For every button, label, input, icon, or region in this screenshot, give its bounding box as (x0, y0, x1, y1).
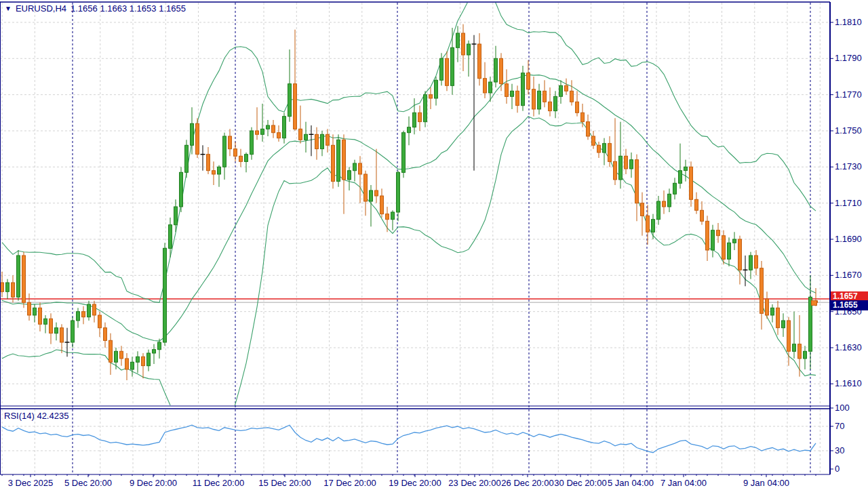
last-price-marker[interactable] (811, 300, 817, 306)
candle-bull (684, 160, 688, 182)
candle-bull (353, 160, 357, 182)
price-axis-label: 1.1750 (835, 126, 867, 136)
candle-bull (804, 346, 807, 369)
candle-bear (418, 106, 422, 131)
candle-bull (163, 243, 167, 346)
candle-bull (630, 152, 633, 178)
candle-bull (288, 49, 292, 122)
candle-bear (50, 313, 53, 344)
red-line-price-tag: 1.1657 (831, 291, 868, 301)
candle-doji (309, 125, 314, 156)
price-axis-label: 1.1690 (835, 235, 867, 244)
candle-bear (625, 149, 628, 174)
candle-bull (304, 122, 308, 152)
candle-bull (370, 185, 373, 226)
date-axis-label: 23 Dec 20:00 (448, 479, 500, 488)
candle-bull (728, 237, 731, 266)
candle-bull (652, 214, 655, 239)
candle-bear (766, 291, 769, 319)
chart-window: ▼ EURUSD,H4 1.1656 1.1663 1.1653 1.1655 … (0, 0, 868, 488)
candle-bull (413, 98, 416, 134)
date-axis-label: 9 Dec 20:00 (130, 479, 177, 488)
candle-bear (543, 80, 547, 107)
ohlc-quotes: 1.1656 1.1663 1.1653 1.1655 (71, 3, 186, 14)
candle-bear (375, 149, 378, 203)
candle-bear (82, 306, 85, 325)
candle-bear (478, 33, 481, 85)
candle-bear (380, 188, 384, 218)
candle-bull (619, 122, 623, 189)
candle-bull (538, 84, 541, 115)
candle-bull (131, 357, 134, 376)
rsi-axis-label: 100 (835, 403, 867, 413)
price-axis-label: 1.1610 (835, 379, 867, 388)
chart-title: ▼ EURUSD,H4 1.1656 1.1663 1.1653 1.1655 (5, 3, 186, 14)
candle-doji (743, 256, 748, 286)
candle-bear (500, 53, 503, 91)
candle-bull (733, 232, 736, 250)
rsi-axis-label: 70 (835, 422, 867, 431)
candle-bull (77, 308, 80, 327)
candle-bull (521, 66, 525, 111)
rsi-line (2, 425, 816, 453)
candle-bear (635, 155, 639, 222)
candle-bear (597, 142, 601, 158)
candle-bear (446, 52, 449, 92)
candle-bull (33, 304, 37, 323)
candle-bull (136, 351, 140, 373)
candle-bull (348, 167, 351, 190)
date-axis-label: 15 Dec 20:00 (258, 479, 311, 488)
chart-canvas[interactable] (0, 0, 868, 488)
candle-bull (250, 127, 254, 160)
candle-bear (484, 62, 487, 98)
candle-bear (22, 252, 26, 308)
candle-bull (771, 304, 774, 323)
candle-bear (690, 161, 693, 207)
current-price-tag: 1.1655 (831, 300, 868, 310)
date-axis-label: 5 Dec 20:00 (64, 479, 112, 488)
price-axis-label: 1.1790 (835, 54, 867, 63)
candle-bull (245, 152, 248, 172)
candle-bear (717, 223, 720, 243)
bollinger-middle-line (2, 75, 816, 341)
candle-bull (397, 171, 400, 222)
candle-bear (532, 77, 536, 117)
symbol-period-label: EURUSD,H4 (16, 3, 66, 14)
candle-bear (646, 205, 650, 245)
candle-bear (565, 79, 568, 95)
candle-bear (462, 24, 465, 71)
candle-bear (196, 118, 199, 158)
candle-bull (402, 131, 406, 178)
candle-bear (641, 192, 644, 236)
candle-bear (364, 171, 368, 216)
date-axis-label: 9 Jan 04:00 (743, 479, 789, 488)
candle-bear (386, 207, 389, 232)
chevron-down-icon[interactable]: ▼ (5, 4, 12, 13)
candle-bear (527, 60, 530, 95)
candle-bear (722, 230, 726, 265)
candle-bear (125, 353, 129, 380)
candle-bull (180, 167, 183, 212)
candle-bear (315, 127, 319, 160)
rsi-indicator-label: RSI(14) 42.4235 (4, 411, 68, 421)
candle-bull (668, 188, 671, 212)
date-axis-label: 3 Dec 2025 (8, 479, 54, 488)
candle-bull (559, 80, 563, 104)
candle-bear (516, 85, 519, 113)
candle-bull (158, 339, 161, 359)
candle-bear (695, 192, 698, 214)
candle-bear (587, 115, 590, 140)
candle-bull (451, 28, 454, 95)
candle-bear (332, 134, 335, 188)
candle-bull (321, 131, 324, 156)
date-axis-label: 11 Dec 20:00 (193, 479, 244, 488)
candle-bear (272, 120, 275, 138)
candle-bull (657, 196, 660, 225)
candle-bull (424, 91, 427, 127)
candle-bull (337, 134, 340, 186)
date-axis-label: 26 Dec 20:00 (501, 479, 553, 488)
price-axis-label: 1.1770 (835, 90, 867, 100)
candle-bear (98, 312, 102, 337)
candle-bear (207, 147, 210, 174)
candle-bull (511, 84, 514, 109)
